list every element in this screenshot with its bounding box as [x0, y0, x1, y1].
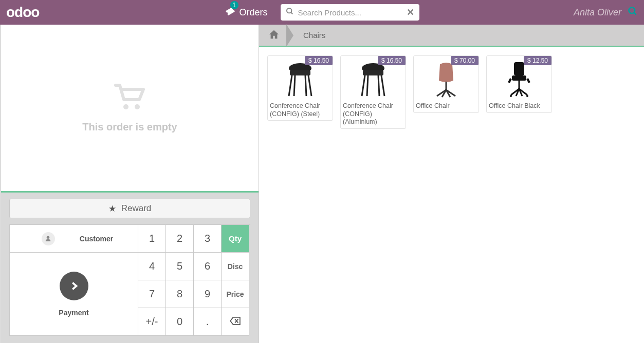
numpad-5[interactable]: 5 [166, 253, 194, 280]
cart-icon [114, 83, 146, 113]
controls-area: ★ Reward Customer 1 2 3 Qty [1, 193, 259, 343]
product-card[interactable]: $ 16.50 Conference Chair (CONFIG) (Alumi… [340, 55, 406, 129]
backspace-icon [230, 316, 241, 328]
clear-search-icon[interactable]: ✕ [407, 7, 414, 18]
numpad-2[interactable]: 2 [166, 225, 194, 253]
breadcrumb-home[interactable] [264, 24, 287, 47]
orders-label: Orders [239, 7, 267, 18]
svg-line-11 [289, 75, 292, 96]
numpad-8[interactable]: 8 [166, 280, 194, 308]
numpad-6[interactable]: 6 [194, 253, 222, 280]
svg-line-28 [509, 79, 511, 83]
logo: odoo [6, 4, 39, 21]
payment-label: Payment [59, 309, 88, 317]
svg-point-0 [287, 8, 291, 13]
product-card[interactable]: $ 12.50 Office Chair Black [486, 55, 552, 113]
product-card[interactable]: $ 70.00 Office Chair [413, 55, 479, 113]
breadcrumb-category[interactable]: Chairs [293, 31, 336, 40]
order-pane: This order is empty ★ Reward Customer 1 … [1, 25, 259, 343]
payment-button[interactable]: Payment [10, 253, 138, 336]
svg-point-36 [526, 95, 528, 97]
breadcrumb: Chairs [259, 25, 644, 47]
svg-point-6 [47, 236, 49, 239]
price-tag: $ 16.50 [305, 56, 333, 65]
products-pane: Chairs $ 16.50 Conference Chair (CONFIG [259, 25, 644, 343]
svg-line-19 [367, 75, 368, 96]
product-grid: $ 16.50 Conference Chair (CONFIG) (Steel… [259, 47, 644, 137]
svg-line-20 [378, 75, 379, 96]
svg-line-13 [294, 75, 295, 96]
svg-rect-26 [514, 62, 524, 75]
svg-point-4 [123, 104, 128, 109]
svg-rect-27 [512, 75, 526, 81]
home-icon [268, 29, 280, 42]
username[interactable]: Anita Oliver [574, 7, 621, 18]
reward-label: Reward [121, 203, 152, 214]
mode-qty[interactable]: Qty [222, 225, 249, 253]
price-tag: $ 16.50 [378, 56, 406, 65]
orders-button[interactable]: 1 Orders [225, 6, 267, 19]
price-tag: $ 70.00 [451, 56, 479, 65]
price-tag: $ 12.50 [524, 56, 551, 65]
numpad-sign[interactable]: +/- [138, 308, 166, 336]
search-input[interactable] [298, 8, 407, 17]
topbar: odoo 1 Orders ✕ Anita Oliver [0, 0, 644, 25]
orders-badge: 1 [230, 1, 238, 9]
reward-button[interactable]: ★ Reward [9, 199, 250, 218]
svg-line-29 [527, 79, 529, 83]
svg-line-18 [381, 75, 384, 96]
numpad: Customer 1 2 3 Qty Payment 4 5 6 Disc 7 … [9, 224, 250, 336]
ticket-icon: 1 [225, 6, 235, 19]
search-right-icon[interactable] [628, 6, 638, 19]
breadcrumb-separator [287, 24, 294, 47]
star-icon: ★ [108, 203, 116, 214]
customer-label: Customer [80, 235, 113, 243]
numpad-4[interactable]: 4 [138, 253, 166, 280]
product-name: Conference Chair (CONFIG) (Steel) [268, 101, 333, 118]
cart-area: This order is empty [1, 25, 259, 193]
svg-rect-10 [290, 70, 310, 75]
numpad-3[interactable]: 3 [194, 225, 222, 253]
product-name: Office Chair [414, 101, 479, 110]
numpad-9[interactable]: 9 [194, 280, 222, 308]
chevron-right-icon [60, 272, 88, 300]
numpad-0[interactable]: 0 [166, 308, 194, 336]
svg-line-14 [305, 75, 306, 96]
product-card[interactable]: $ 16.50 Conference Chair (CONFIG) (Steel… [267, 55, 333, 121]
mode-price[interactable]: Price [222, 280, 249, 308]
user-icon [42, 232, 55, 245]
svg-line-17 [362, 75, 365, 96]
search-icon [286, 7, 294, 17]
numpad-7[interactable]: 7 [138, 280, 166, 308]
svg-line-3 [634, 12, 636, 14]
svg-point-2 [629, 7, 635, 13]
numpad-1[interactable]: 1 [138, 225, 166, 253]
mode-disc[interactable]: Disc [222, 253, 249, 280]
svg-point-35 [510, 95, 512, 97]
svg-line-1 [291, 12, 292, 14]
svg-rect-16 [363, 70, 383, 75]
product-name: Office Chair Black [487, 101, 551, 110]
customer-button[interactable]: Customer [10, 225, 138, 253]
search-box[interactable]: ✕ [281, 4, 419, 21]
numpad-dot[interactable]: . [194, 308, 222, 336]
cart-empty-text: This order is empty [82, 121, 177, 133]
svg-point-5 [135, 104, 140, 109]
svg-line-12 [308, 75, 311, 96]
product-name: Conference Chair (CONFIG) (Aluminium) [341, 101, 406, 126]
numpad-backspace[interactable] [222, 308, 249, 336]
